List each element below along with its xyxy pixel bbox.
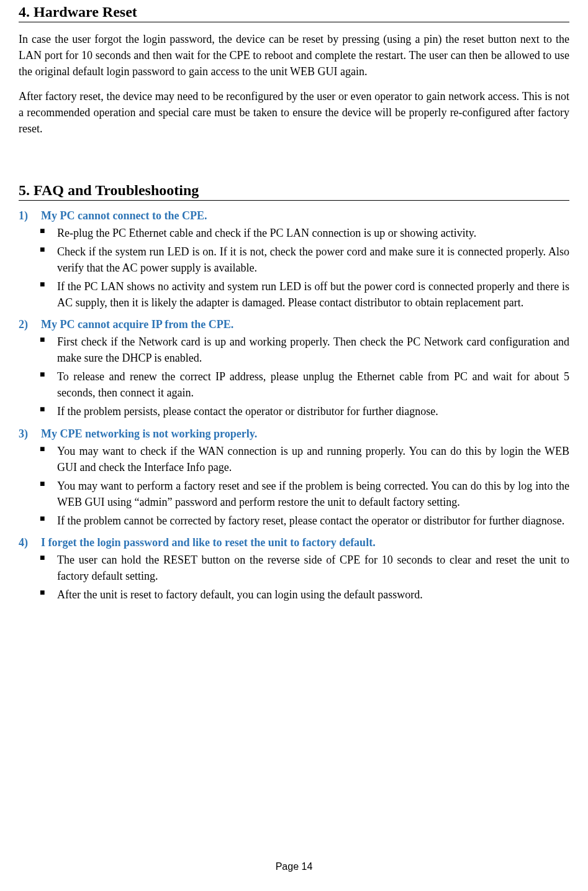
faq-bullet: After the unit is reset to factory defau…	[40, 587, 569, 603]
page-footer: Page 14	[0, 861, 588, 872]
faq-number: 2)	[19, 318, 38, 331]
faq-bullet: To release and renew the correct IP addr…	[40, 368, 569, 401]
faq-bullets: First check if the Network card is up an…	[40, 334, 569, 419]
faq-title: My CPE networking is not working properl…	[41, 427, 257, 440]
faq-bullets: You may want to check if the WAN connect…	[40, 443, 569, 529]
faq-item-2: 2) My PC cannot acquire IP from the CPE.…	[19, 318, 569, 419]
section-heading-faq: 5. FAQ and Troubleshooting	[19, 182, 569, 201]
faq-bullet: You may want to check if the WAN connect…	[40, 443, 569, 475]
faq-number: 3)	[19, 427, 38, 441]
faq-bullets: Re-plug the PC Ethernet cable and check …	[40, 225, 569, 311]
faq-item-3: 3) My CPE networking is not working prop…	[19, 427, 569, 529]
faq-title: My PC cannot connect to the CPE.	[41, 209, 207, 222]
faq-title: My PC cannot acquire IP from the CPE.	[41, 318, 233, 331]
faq-bullet: The user can hold the RESET button on th…	[40, 552, 569, 584]
faq-item-1: 1) My PC cannot connect to the CPE. Re-p…	[19, 209, 569, 311]
para-hardware-reset-2: After factory reset, the device may need…	[19, 88, 569, 137]
faq-bullet: Re-plug the PC Ethernet cable and check …	[40, 225, 569, 241]
faq-bullet: If the PC LAN shows no activity and syst…	[40, 278, 569, 311]
section-heading-hardware-reset: 4. Hardware Reset	[19, 4, 569, 22]
faq-title: I forget the login password and like to …	[41, 536, 376, 549]
faq-bullet: If the problem cannot be corrected by fa…	[40, 513, 569, 529]
faq-number: 4)	[19, 536, 38, 549]
faq-bullet: If the problem persists, please contact …	[40, 403, 569, 419]
faq-bullet: Check if the system run LED is on. If it…	[40, 244, 569, 276]
para-hardware-reset-1: In case the user forgot the login passwo…	[19, 31, 569, 80]
faq-bullet: First check if the Network card is up an…	[40, 334, 569, 366]
faq-item-4: 4) I forget the login password and like …	[19, 536, 569, 603]
faq-bullets: The user can hold the RESET button on th…	[40, 552, 569, 603]
faq-bullet: You may want to perform a factory reset …	[40, 478, 569, 510]
faq-number: 1)	[19, 209, 38, 222]
